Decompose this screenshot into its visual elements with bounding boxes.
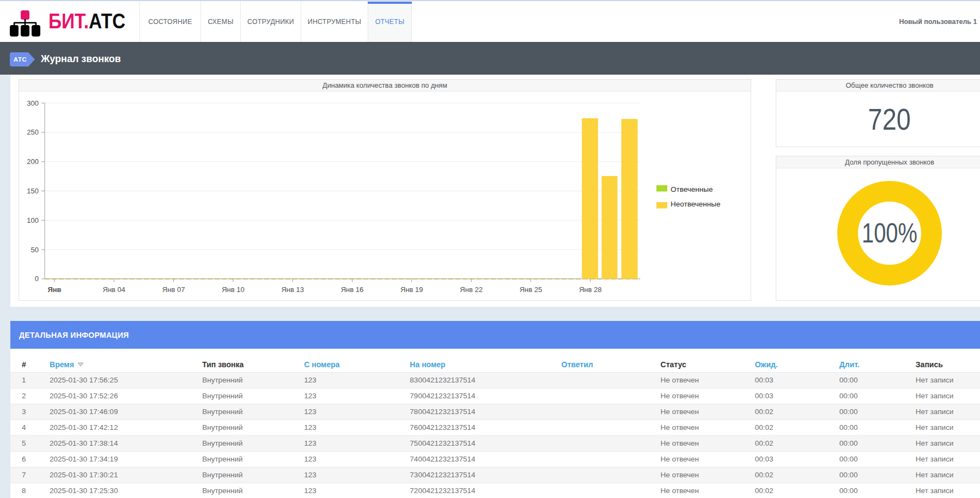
svg-text:Неотвеченные: Неотвеченные — [671, 200, 720, 208]
svg-text:Янв 04: Янв 04 — [103, 286, 126, 294]
svg-text:50: 50 — [31, 246, 39, 254]
svg-text:250: 250 — [27, 128, 39, 136]
svg-text:150: 150 — [27, 187, 39, 195]
svg-text:100%: 100% — [862, 218, 917, 248]
svg-text:Янв 13: Янв 13 — [281, 286, 304, 294]
svg-text:Янв: Янв — [47, 286, 61, 294]
svg-text:Отвеченные: Отвеченные — [671, 185, 713, 193]
svg-text:Янв 25: Янв 25 — [520, 286, 543, 294]
svg-text:Янв 28: Янв 28 — [579, 286, 602, 294]
svg-text:0: 0 — [35, 275, 39, 283]
svg-text:300: 300 — [27, 99, 39, 107]
svg-text:200: 200 — [27, 157, 39, 166]
svg-text:Янв 22: Янв 22 — [460, 286, 483, 294]
svg-text:Янв 07: Янв 07 — [162, 286, 185, 294]
svg-text:Янв 16: Янв 16 — [341, 286, 364, 294]
svg-text:Янв 19: Янв 19 — [400, 286, 423, 294]
svg-text:100: 100 — [27, 216, 39, 224]
svg-text:Янв 10: Янв 10 — [222, 286, 245, 294]
